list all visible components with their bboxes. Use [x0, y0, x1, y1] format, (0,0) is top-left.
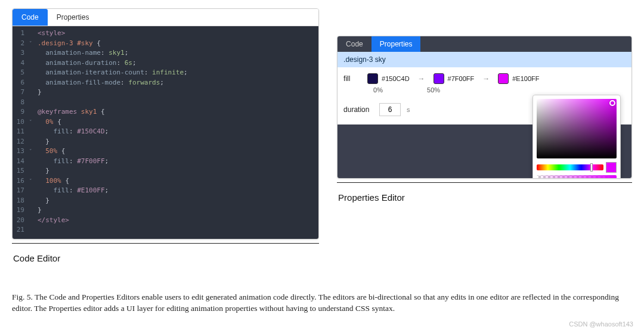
- color-picker[interactable]: Hex R G B A: [532, 95, 621, 179]
- code-content[interactable]: 50% {: [38, 147, 65, 157]
- code-content[interactable]: .design-3 #sky {: [38, 39, 101, 49]
- code-line[interactable]: 6 animation-fill-mode: forwards;: [13, 78, 318, 88]
- fold-gutter-icon: [29, 29, 38, 39]
- code-line[interactable]: 21: [13, 225, 318, 235]
- line-number: 11: [13, 127, 29, 137]
- code-line[interactable]: 3 animation-name: sky1;: [13, 48, 318, 58]
- saturation-box[interactable]: [537, 99, 617, 158]
- line-number: 4: [13, 58, 29, 69]
- fold-gutter-icon: [29, 206, 38, 216]
- swatch-icon: [498, 73, 509, 84]
- fold-gutter-icon: [29, 196, 38, 206]
- hue-handle[interactable]: [590, 163, 593, 172]
- code-line[interactable]: 15 }: [13, 166, 318, 176]
- swatch-icon: [367, 73, 378, 84]
- line-number: 1: [13, 29, 29, 39]
- code-line[interactable]: 1<style>: [13, 29, 318, 39]
- code-content[interactable]: }: [38, 137, 49, 147]
- tab-properties[interactable]: Properties: [371, 36, 421, 52]
- code-editor-box: Code Properties 1<style>2˅.design-3 #sky…: [12, 8, 319, 239]
- code-content[interactable]: 100% {: [38, 176, 69, 186]
- line-number: 14: [13, 157, 29, 167]
- fold-gutter-icon: [29, 68, 38, 78]
- code-content[interactable]: <style>: [38, 29, 65, 39]
- code-line[interactable]: 20</style>: [13, 216, 318, 226]
- line-number: 9: [13, 107, 29, 117]
- code-content[interactable]: fill: #150C4D;: [38, 127, 109, 137]
- code-content[interactable]: fill: #7F00FF;: [38, 157, 109, 167]
- code-line[interactable]: 10˅ 0% {: [13, 117, 318, 127]
- stop-0[interactable]: #150C4D: [367, 73, 409, 84]
- duration-input[interactable]: [379, 103, 401, 116]
- fold-gutter-icon[interactable]: ˅: [29, 176, 38, 186]
- code-content[interactable]: fill: #E100FF;: [38, 186, 109, 196]
- code-content[interactable]: </style>: [38, 216, 69, 226]
- fold-gutter-icon: [29, 78, 38, 88]
- line-number: 17: [13, 186, 29, 196]
- alpha-slider[interactable]: [537, 175, 617, 179]
- code-line[interactable]: 4 animation-duration: 6s;: [13, 58, 318, 69]
- code-line[interactable]: 14 fill: #7F00FF;: [13, 157, 318, 167]
- hue-slider[interactable]: [537, 164, 603, 170]
- stop-1[interactable]: #7F00FF: [434, 73, 475, 84]
- code-editor-title: Code Editor: [12, 250, 319, 267]
- swatch-hex: #150C4D: [382, 75, 409, 82]
- code-line[interactable]: 18 }: [13, 196, 318, 206]
- saturation-handle[interactable]: [609, 100, 615, 106]
- fold-gutter-icon: [29, 98, 38, 108]
- code-line[interactable]: 7}: [13, 88, 318, 98]
- code-line[interactable]: 5 animation-iteration-count: infinite;: [13, 68, 318, 78]
- left-tabs: Code Properties: [13, 9, 318, 26]
- code-line[interactable]: 11 fill: #150C4D;: [13, 127, 318, 137]
- code-content[interactable]: animation-fill-mode: forwards;: [38, 78, 164, 88]
- duration-unit: s: [407, 106, 410, 113]
- tab-properties[interactable]: Properties: [48, 9, 98, 26]
- fold-gutter-icon[interactable]: ˅: [29, 147, 38, 157]
- stop-pct-0: 0%: [373, 86, 427, 94]
- line-number: 16: [13, 176, 29, 186]
- code-content[interactable]: }: [38, 166, 49, 176]
- line-number: 6: [13, 78, 29, 88]
- code-line[interactable]: 13˅ 50% {: [13, 147, 318, 157]
- arrow-icon: →: [480, 74, 492, 83]
- code-line[interactable]: 16˅ 100% {: [13, 176, 318, 186]
- code-line[interactable]: 2˅.design-3 #sky {: [13, 39, 318, 49]
- code-content[interactable]: animation-duration: 6s;: [38, 58, 137, 69]
- swatch-hex: #7F00FF: [448, 75, 475, 82]
- tab-code[interactable]: Code: [13, 9, 48, 26]
- line-number: 12: [13, 137, 29, 147]
- fold-gutter-icon[interactable]: ˅: [29, 39, 38, 49]
- arrow-icon: →: [416, 74, 428, 83]
- line-number: 19: [13, 206, 29, 216]
- code-content[interactable]: animation-name: sky1;: [38, 48, 128, 58]
- code-line[interactable]: 9@keyframes sky1 {: [13, 107, 318, 117]
- properties-editor-box: Code Properties .design-3 sky fill #150C…: [337, 36, 632, 179]
- tab-code[interactable]: Code: [338, 36, 371, 52]
- code-line[interactable]: 17 fill: #E100FF;: [13, 186, 318, 196]
- right-tabs: Code Properties: [338, 36, 631, 52]
- fold-gutter-icon: [29, 127, 38, 137]
- line-number: 15: [13, 166, 29, 176]
- code-content[interactable]: }: [38, 196, 49, 206]
- code-content[interactable]: 0% {: [38, 117, 61, 127]
- line-number: 18: [13, 196, 29, 206]
- fold-gutter-icon: [29, 186, 38, 196]
- code-textarea[interactable]: 1<style>2˅.design-3 #sky {3 animation-na…: [13, 26, 318, 239]
- line-number: 8: [13, 98, 29, 108]
- fold-gutter-icon[interactable]: ˅: [29, 117, 38, 127]
- code-content[interactable]: }: [38, 88, 42, 98]
- code-content[interactable]: @keyframes sky1 {: [38, 107, 105, 117]
- properties-editor-panel: Code Properties .design-3 sky fill #150C…: [337, 8, 632, 267]
- divider: [337, 182, 632, 183]
- stop-pct-1: 50%: [427, 86, 493, 94]
- fill-row: fill #150C4D → #7F00FF → #E100FF: [338, 67, 631, 86]
- fold-gutter-icon: [29, 225, 38, 235]
- line-number: 7: [13, 88, 29, 98]
- code-content[interactable]: animation-iteration-count: infinite;: [38, 68, 188, 78]
- code-line[interactable]: 12 }: [13, 137, 318, 147]
- code-line[interactable]: 19}: [13, 206, 318, 216]
- line-number: 13: [13, 147, 29, 157]
- stop-2[interactable]: #E100FF: [498, 73, 539, 84]
- code-line[interactable]: 8: [13, 98, 318, 108]
- code-content[interactable]: }: [38, 206, 42, 216]
